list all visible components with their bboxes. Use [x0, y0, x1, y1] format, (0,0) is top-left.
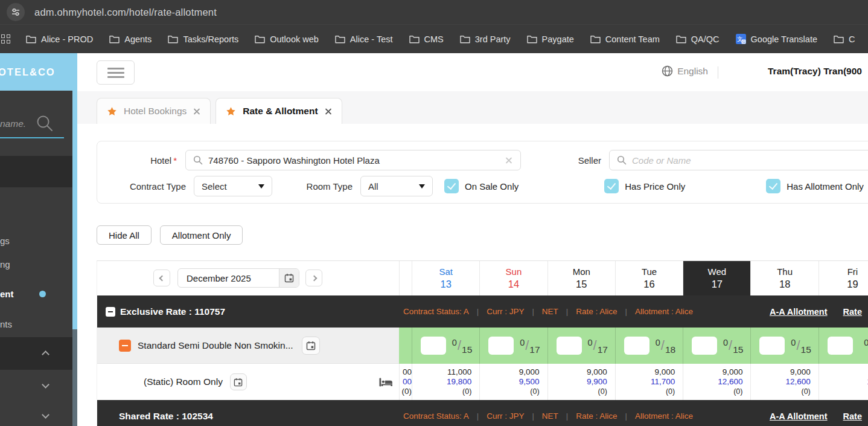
hotel-search-input[interactable] [208, 155, 505, 166]
price-cell-fri[interactable]: 9, 15, [819, 364, 868, 400]
sidebar-expanded-section[interactable] [0, 337, 72, 370]
tab-hotel-bookings[interactable]: Hotel Bookings [97, 98, 211, 124]
has-price-only-checkbox[interactable] [604, 179, 619, 193]
hotel-search-field[interactable] [185, 150, 521, 170]
month-picker[interactable] [177, 268, 299, 288]
price-cell-sat[interactable]: 11,000 19,800 (0) [412, 364, 479, 400]
tune-icon [11, 7, 21, 17]
aa-allotment-link[interactable]: A-A Allotment [770, 411, 828, 421]
day-header-fri-19[interactable]: Fri 19 [819, 261, 868, 295]
sidebar-scrollbar-thumb[interactable] [72, 329, 77, 426]
day-header-wed-17-selected[interactable]: Wed 17 [683, 261, 750, 295]
bookmark-folder-qa-qc[interactable]: QA/QC [676, 34, 720, 44]
day-header-tue-16[interactable]: Tue 16 [615, 261, 683, 295]
month-input[interactable] [178, 269, 279, 287]
bookmark-folder-clipped[interactable]: C [834, 34, 855, 44]
clipped-allotment-cell [399, 328, 412, 364]
seller-search-input[interactable] [632, 155, 868, 166]
allotment-input[interactable] [624, 337, 649, 355]
rate-group-header-shared: Shared Rate : 102534 Contract Status: A … [97, 400, 868, 426]
next-month-button[interactable] [305, 269, 322, 286]
has-allotment-only-checkbox[interactable] [766, 179, 780, 193]
required-asterisk: * [173, 155, 177, 166]
allotment-input[interactable] [421, 337, 446, 355]
chevron-up-icon[interactable] [42, 350, 49, 358]
bookmark-folder-agents[interactable]: Agents [109, 34, 152, 44]
bookmark-folder-outlook-web[interactable]: Outlook web [255, 34, 319, 44]
price-note: (0) [751, 387, 810, 396]
site-info-button[interactable] [7, 3, 25, 21]
contract-status: Contract Status: A [403, 307, 469, 316]
user-name[interactable]: Tram(Tracy) Tran(900 [768, 66, 862, 77]
seller-search-field[interactable] [609, 150, 868, 170]
search-icon[interactable] [36, 115, 53, 132]
chevron-down-icon[interactable] [42, 381, 49, 389]
on-sale-only-checkbox[interactable] [444, 179, 459, 193]
aa-allotment-link[interactable]: A-A Allotment [770, 307, 828, 317]
room-type-select[interactable]: All [360, 176, 433, 196]
rate-meta: Contract Status: A | Curr : JPY | NET | … [403, 400, 693, 426]
bookmark-folder-cms[interactable]: CMS [409, 34, 444, 44]
sidebar-selected-section[interactable] [0, 156, 72, 187]
calendar-icon [306, 341, 316, 350]
contract-type-select[interactable]: Select [194, 176, 272, 196]
seller-label: Seller [521, 155, 601, 166]
bookmark-google-translate[interactable]: 文 G Google Translate [736, 34, 817, 44]
sidebar-scrollbar-top[interactable] [72, 53, 77, 329]
bookmark-folder-tasks-reports[interactable]: Tasks/Reports [168, 34, 238, 44]
rate-link[interactable]: Rate [843, 307, 862, 317]
sidebar-item-1[interactable]: gs [0, 234, 72, 247]
allotment-input[interactable] [488, 337, 514, 355]
sidebar-item-2[interactable]: ng [0, 257, 72, 271]
chevron-down-icon[interactable] [42, 411, 49, 419]
price-cell-mon[interactable]: 9,000 9,900 (0) [547, 364, 615, 400]
day-header-sun-14[interactable]: Sun 14 [479, 261, 547, 295]
price-cell-thu[interactable]: 9,000 12,600 (0) [750, 364, 818, 400]
day-name: Wed [708, 266, 727, 277]
sidebar-item-3-active[interactable]: ent [0, 287, 72, 300]
price-cell-wed[interactable]: 9,000 12,600 (0) [683, 364, 750, 400]
price-cell-tue[interactable]: 9,000 11,700 (0) [615, 364, 683, 400]
tab-rate-allotment[interactable]: Rate & Allotment [215, 98, 342, 124]
sell-price: 11,700 [616, 377, 675, 387]
bookmark-folder-content-team[interactable]: Content Team [590, 34, 660, 44]
room-calendar-button[interactable] [302, 337, 320, 355]
rate-link[interactable]: Rate [843, 411, 862, 421]
google-translate-icon: 文 G [736, 34, 746, 44]
day-header-thu-18[interactable]: Thu 18 [750, 261, 818, 295]
plan-calendar-button[interactable] [230, 373, 247, 390]
allotment-input[interactable] [692, 337, 717, 355]
allotment-input[interactable] [557, 337, 582, 355]
day-header-mon-15[interactable]: Mon 15 [547, 261, 615, 295]
language-switcher[interactable]: English [662, 65, 708, 77]
allotment-cell-fri: 0/1 [819, 328, 868, 364]
collapse-icon[interactable] [119, 340, 131, 352]
allotment-input[interactable] [759, 337, 785, 355]
calendar-picker-button[interactable] [279, 269, 299, 287]
clear-icon[interactable] [505, 157, 512, 164]
apps-grid-icon[interactable] [1, 34, 10, 44]
sidebar-item-4[interactable]: nts [0, 317, 72, 331]
bookmark-folder-paygate[interactable]: Paygate [527, 34, 574, 44]
day-number: 15 [576, 279, 587, 290]
day-header-sat-13[interactable]: Sat 13 [412, 261, 479, 295]
meta-separator: | [532, 411, 534, 421]
bookmark-folder-alice-test[interactable]: Alice - Test [335, 34, 393, 44]
bookmark-folder-alice-prod[interactable]: Alice - PROD [26, 34, 93, 44]
day-name: Fri [847, 266, 858, 277]
close-icon[interactable] [325, 108, 332, 115]
sidebar-search[interactable]: name. [0, 114, 68, 138]
price-cell-sun[interactable]: 9,000 9,500 (0) [479, 364, 547, 400]
collapse-icon[interactable] [106, 307, 115, 317]
prev-month-button[interactable] [153, 269, 170, 286]
menu-toggle-button[interactable] [97, 60, 135, 85]
url-text[interactable]: adm.ohmyhotel.com/hotel/rate-allotment [34, 7, 217, 18]
allotment-input[interactable] [828, 337, 853, 355]
close-icon[interactable] [193, 108, 200, 115]
bookmark-folder-3rd-party[interactable]: 3rd Party [460, 34, 511, 44]
hide-all-button[interactable]: Hide All [97, 225, 152, 245]
base-price: 9,000 [751, 367, 810, 377]
allotment-only-button[interactable]: Allotment Only [160, 225, 243, 245]
day-name: Mon [573, 266, 590, 277]
day-number: 16 [643, 279, 654, 290]
